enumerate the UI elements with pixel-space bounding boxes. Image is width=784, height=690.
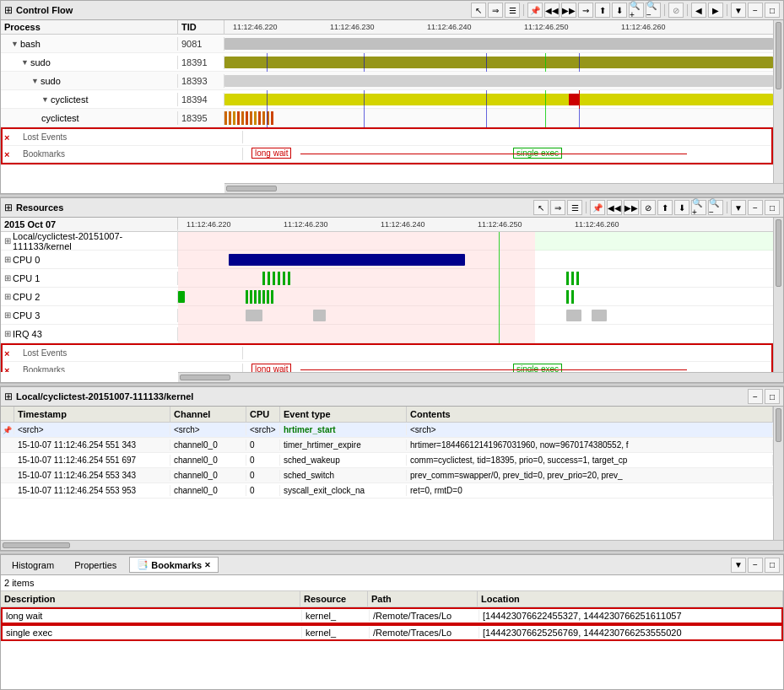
toolbar-zoom-in[interactable]: 🔍+ — [629, 3, 644, 18]
bm-toolbar-menu[interactable]: ▼ — [731, 558, 746, 573]
evt-row-srch[interactable]: 📌 <srch> <srch> <srch> hrtimer_start <sr… — [1, 423, 773, 438]
res-toolbar-zoomout[interactable]: 🔍− — [708, 200, 723, 215]
evt-toolbar-min[interactable]: − — [748, 389, 763, 404]
evt-cell-ts-2: 15-10-07 11:12:46.254 551 697 — [14, 455, 170, 466]
toolbar-next-nav[interactable]: ▶ — [708, 3, 723, 18]
toolbar-fwd-btn[interactable]: ▶▶ — [561, 3, 576, 18]
evt-hscroll-thumb[interactable] — [3, 542, 70, 548]
res-tl-cpu1[interactable] — [178, 269, 773, 288]
res-toolbar-back[interactable]: ◀◀ — [607, 200, 622, 215]
plus-icon-cpu3[interactable]: ⊞ — [4, 310, 11, 320]
bookmarks-row: × Bookmarks long wait single exec — [3, 146, 771, 163]
evt-cell-ct-2: comm=cyclictest, tid=18395, prio=0, succ… — [407, 455, 773, 466]
res-toolbar-list[interactable]: ☰ — [567, 200, 582, 215]
res-tl-kernel[interactable] — [178, 232, 773, 251]
evt-row-3[interactable]: 15-10-07 11:12:46.254 553 343 channel0_0… — [1, 468, 773, 483]
bm-col-description: Description — [1, 591, 300, 606]
bookmark-long-wait[interactable]: long wait — [251, 148, 291, 159]
cf-tl-sudo1[interactable] — [224, 53, 773, 72]
evt-cell-et-4: syscall_exit_clock_na — [280, 485, 407, 496]
evt-hscrollbar[interactable] — [1, 540, 783, 550]
control-flow-content: Process TID 11:12:46.220 11:12:46.230 11… — [1, 20, 783, 183]
control-flow-main: Process TID 11:12:46.220 11:12:46.230 11… — [1, 20, 773, 183]
cf-scrollbar[interactable] — [773, 20, 783, 183]
toolbar-follow-btn[interactable]: ⇝ — [578, 3, 593, 18]
evt-scroll-thumb[interactable] — [776, 408, 781, 442]
res-toolbar-prev[interactable]: ⬆ — [657, 200, 673, 215]
res-toolbar-select[interactable]: ↖ — [533, 200, 549, 215]
bm-cell-desc-1: single exec — [3, 627, 302, 639]
plus-icon-cpu2[interactable]: ⊞ — [4, 292, 11, 301]
res-hscroll-thumb[interactable] — [180, 375, 230, 380]
cf-tid-header: TID — [178, 20, 224, 34]
toolbar-min-btn[interactable]: − — [748, 3, 763, 18]
tab-bookmarks[interactable]: 📑 Bookmarks ✕ — [129, 557, 219, 573]
plus-icon-cpu0[interactable]: ⊞ — [4, 255, 11, 264]
res-toolbar-fwd[interactable]: ▶▶ — [624, 200, 639, 215]
toolbar-pin-btn[interactable]: 📌 — [527, 3, 543, 18]
cf-hscroll-thumb[interactable] — [226, 186, 277, 191]
evt-scrollbar[interactable] — [773, 407, 783, 540]
res-toolbar-zoomin[interactable]: 🔍+ — [691, 200, 706, 215]
res-tl-cpu2[interactable] — [178, 288, 773, 306]
evt-row-2[interactable]: 15-10-07 11:12:46.254 551 697 channel0_0… — [1, 453, 773, 468]
evt-row-1[interactable]: 15-10-07 11:12:46.254 551 343 channel0_0… — [1, 438, 773, 453]
plus-icon-cpu1[interactable]: ⊞ — [4, 273, 11, 283]
bm-toolbar-min[interactable]: − — [748, 558, 763, 573]
res-scrollbar[interactable] — [773, 218, 783, 372]
cf-hscrollbar[interactable] — [224, 183, 783, 193]
res-tl-cpu0[interactable] — [178, 251, 773, 269]
evt-col-eventtype: Event type — [280, 407, 407, 422]
process-name-sudo2: sudo — [41, 76, 61, 86]
res-bookmark-long-wait[interactable]: long wait — [251, 364, 291, 373]
tab-histogram[interactable]: Histogram — [4, 558, 62, 573]
toolbar-prev-nav[interactable]: ◀ — [691, 3, 706, 18]
res-lost-x: × — [3, 347, 19, 360]
bm-row-long-wait[interactable]: long wait kernel_ /Remote/Traces/Lo [144… — [1, 607, 783, 624]
tab-properties[interactable]: Properties — [67, 558, 124, 573]
res-toolbar-filter[interactable]: ⊘ — [641, 200, 656, 215]
res-toolbar-max[interactable]: □ — [765, 200, 780, 215]
res-toolbar-pin[interactable]: 📌 — [590, 200, 605, 215]
res-toolbar-next[interactable]: ⇒ — [550, 200, 565, 215]
res-tl-irq43[interactable] — [178, 325, 773, 343]
evt-toolbar-max[interactable]: □ — [765, 389, 780, 404]
bookmarks-tab-close[interactable]: ✕ — [204, 561, 211, 569]
toolbar-list-btn[interactable]: ☰ — [505, 3, 520, 18]
res-scroll-thumb[interactable] — [776, 219, 781, 287]
cf-tl-sudo2[interactable] — [224, 72, 773, 90]
plus-icon-kernel[interactable]: ⊞ — [4, 236, 11, 245]
res-toolbar-next2[interactable]: ⬇ — [674, 200, 689, 215]
toolbar-back-btn[interactable]: ◀◀ — [544, 3, 560, 18]
toolbar-next-marker[interactable]: ⬇ — [612, 3, 627, 18]
evt-cell-ts-1: 15-10-07 11:12:46.254 551 343 — [14, 439, 170, 450]
toolbar-zoom-out[interactable]: 🔍− — [646, 3, 661, 18]
cf-tl-cyclictest2[interactable] — [224, 109, 773, 127]
res-time-3: 11:12:46.240 — [381, 220, 425, 229]
cf-scroll-thumb[interactable] — [776, 22, 781, 89]
cf-tl-bash[interactable] — [224, 35, 773, 53]
bm-row-single-exec[interactable]: single exec kernel_ /Remote/Traces/Lo [1… — [1, 624, 783, 641]
toolbar-max-btn[interactable]: □ — [765, 3, 780, 18]
toolbar-disable-btn[interactable]: ⊘ — [668, 3, 684, 18]
bookmarks-header: Histogram Properties 📑 Bookmarks ✕ ▼ − □ — [1, 555, 783, 575]
toolbar-next-btn[interactable]: ⇒ — [488, 3, 503, 18]
evt-cell-ct-4: ret=0, rmtD=0 — [407, 485, 773, 496]
toolbar-select-btn[interactable]: ↖ — [471, 3, 486, 18]
evt-row-4[interactable]: 15-10-07 11:12:46.254 553 953 channel0_0… — [1, 483, 773, 499]
res-bookmark-single-exec[interactable]: single exec — [513, 364, 562, 373]
res-tl-cpu3[interactable] — [178, 306, 773, 325]
cf-tl-cyclictest1[interactable] — [224, 90, 773, 109]
res-bookmarks-label: Bookmarks — [19, 364, 243, 372]
plus-icon-irq43[interactable]: ⊞ — [4, 329, 11, 338]
res-toolbar-menu[interactable]: ▼ — [731, 200, 746, 215]
res-row-cpu1: ⊞ CPU 1 — [1, 269, 773, 288]
resources-title: Resources — [16, 202, 530, 213]
res-bookmarks-row: × Bookmarks long wait single exec — [3, 362, 771, 372]
bm-toolbar-max[interactable]: □ — [765, 558, 780, 573]
res-toolbar-min[interactable]: − — [748, 200, 763, 215]
toolbar-menu-btn[interactable]: ▼ — [731, 3, 746, 18]
bm-cell-path-1: /Remote/Traces/Lo — [370, 627, 479, 639]
toolbar-prev-marker[interactable]: ⬆ — [595, 3, 610, 18]
res-hscrollbar[interactable] — [178, 372, 783, 382]
